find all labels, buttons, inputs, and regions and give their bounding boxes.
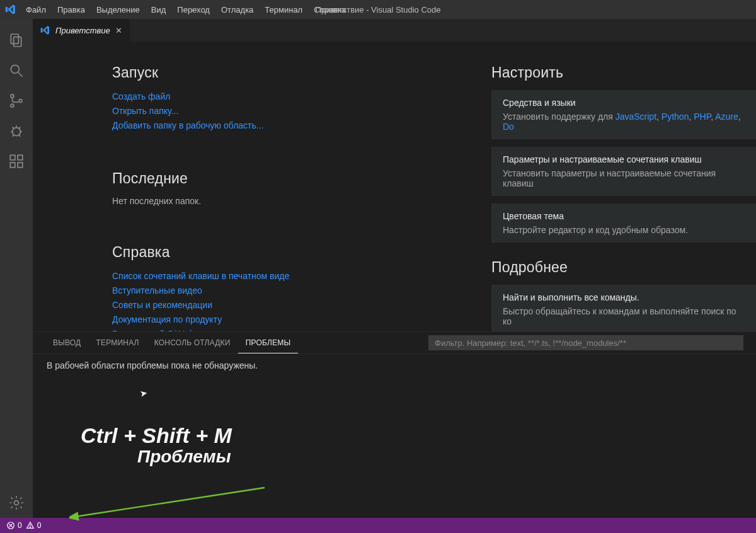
svg-point-2 bbox=[11, 65, 19, 73]
link-new-file[interactable]: Создать файл bbox=[112, 90, 474, 103]
link-keyboard-cheatsheet[interactable]: Список сочетаний клавиш в печатном виде bbox=[112, 270, 474, 283]
problems-panel-body: В рабочей области проблемы пока не обнар… bbox=[33, 353, 756, 518]
panel-tab-debug-console[interactable]: КОНСОЛЬ ОТЛАДКИ bbox=[147, 332, 238, 353]
card-tools-languages[interactable]: Средства и языки Установить поддержку дл… bbox=[491, 90, 756, 139]
warning-icon bbox=[26, 521, 35, 530]
svg-rect-0 bbox=[11, 34, 18, 43]
card-title: Цветовая тема bbox=[503, 211, 745, 221]
source-control-icon[interactable] bbox=[1, 86, 32, 116]
start-heading: Запуск bbox=[112, 64, 474, 81]
menu-selection[interactable]: Выделение bbox=[91, 3, 146, 17]
menu-bar: Файл Правка Выделение Вид Переход Отладк… bbox=[20, 3, 352, 17]
svg-rect-15 bbox=[10, 155, 15, 160]
svg-line-12 bbox=[19, 127, 20, 129]
svg-point-25 bbox=[30, 527, 30, 527]
card-title: Средства и языки bbox=[503, 98, 745, 108]
annotation-line1: Ctrl + Shift + M bbox=[81, 423, 232, 448]
menu-view[interactable]: Вид bbox=[146, 3, 172, 17]
search-icon[interactable] bbox=[1, 55, 32, 86]
status-errors[interactable]: 0 bbox=[6, 521, 22, 530]
panel-tab-terminal[interactable]: ТЕРМИНАЛ bbox=[88, 332, 146, 353]
activity-bar bbox=[0, 19, 33, 518]
editor-tabs: Приветствие ✕ bbox=[33, 19, 756, 42]
card-desc: Быстро обращайтесь к командам и выполняй… bbox=[503, 306, 745, 326]
lang-link-azure[interactable]: Azure bbox=[715, 112, 738, 122]
card-title: Параметры и настраиваемые сочетания клав… bbox=[503, 154, 745, 164]
link-add-workspace-folder[interactable]: Добавить папку в рабочую область... bbox=[112, 119, 474, 132]
recent-empty-text: Нет последних папок. bbox=[112, 196, 474, 206]
menu-go[interactable]: Переход bbox=[171, 3, 215, 17]
card-title: Найти и выполнить все команды. bbox=[503, 292, 745, 302]
card-keybindings[interactable]: Параметры и настраиваемые сочетания клав… bbox=[491, 147, 756, 196]
explorer-icon[interactable] bbox=[1, 25, 32, 55]
link-tips-and-tricks[interactable]: Советы и рекомендации bbox=[112, 299, 474, 312]
svg-rect-18 bbox=[18, 155, 23, 160]
svg-line-20 bbox=[76, 488, 265, 517]
problems-filter-input[interactable] bbox=[428, 335, 743, 350]
bottom-panel: ВЫВОД ТЕРМИНАЛ КОНСОЛЬ ОТЛАДКИ ПРОБЛЕМЫ … bbox=[33, 331, 756, 518]
link-product-docs[interactable]: Документация по продукту bbox=[112, 313, 474, 326]
svg-point-6 bbox=[19, 100, 22, 103]
menu-help[interactable]: Справка bbox=[308, 3, 352, 17]
card-color-theme[interactable]: Цветовая тема Настройте редактор и код у… bbox=[491, 203, 756, 243]
card-desc: Установить поддержку для JavaScript, Pyt… bbox=[503, 112, 745, 132]
panel-tab-problems[interactable]: ПРОБЛЕМЫ bbox=[238, 332, 299, 353]
customize-heading: Настроить bbox=[491, 64, 756, 81]
card-desc: Установить параметры и настраиваемые соч… bbox=[503, 168, 745, 188]
error-count: 0 bbox=[18, 521, 22, 530]
link-open-folder[interactable]: Открыть папку... bbox=[112, 105, 474, 118]
gear-icon[interactable] bbox=[1, 488, 32, 518]
welcome-page: Запуск Создать файл Открыть папку... Доб… bbox=[33, 42, 756, 331]
card-desc: Настройте редактор и код удобным образом… bbox=[503, 225, 745, 235]
lang-link-python[interactable]: Python bbox=[662, 112, 689, 122]
annotation-arrow-icon bbox=[69, 486, 271, 524]
learn-more-heading: Подробнее bbox=[491, 259, 756, 276]
panel-tabs: ВЫВОД ТЕРМИНАЛ КОНСОЛЬ ОТЛАДКИ ПРОБЛЕМЫ bbox=[33, 332, 756, 353]
recent-heading: Последние bbox=[112, 170, 474, 187]
vscode-logo-icon bbox=[5, 4, 16, 15]
svg-point-7 bbox=[13, 128, 21, 136]
svg-rect-16 bbox=[10, 163, 15, 168]
tab-label: Приветствие bbox=[55, 26, 110, 35]
svg-point-5 bbox=[11, 104, 14, 107]
lang-link-javascript[interactable]: JavaScript bbox=[616, 112, 656, 122]
menu-terminal[interactable]: Терминал bbox=[259, 3, 308, 17]
debug-icon[interactable] bbox=[1, 116, 32, 146]
warning-count: 0 bbox=[37, 521, 42, 530]
help-heading: Справка bbox=[112, 244, 474, 261]
svg-rect-1 bbox=[14, 37, 21, 47]
vscode-tab-icon bbox=[40, 25, 50, 35]
svg-point-19 bbox=[14, 501, 19, 505]
problems-empty-message: В рабочей области проблемы пока не обнар… bbox=[47, 360, 258, 370]
card-command-palette[interactable]: Найти и выполнить все команды. Быстро об… bbox=[491, 285, 756, 331]
panel-tab-output[interactable]: ВЫВОД bbox=[45, 332, 88, 353]
svg-line-3 bbox=[18, 72, 23, 77]
link-intro-videos[interactable]: Вступительные видео bbox=[112, 284, 474, 297]
svg-line-11 bbox=[13, 127, 14, 129]
svg-line-13 bbox=[13, 135, 14, 137]
title-bar: Файл Правка Выделение Вид Переход Отладк… bbox=[0, 0, 756, 19]
mouse-cursor-icon: ➤ bbox=[139, 387, 149, 399]
tab-welcome[interactable]: Приветствие ✕ bbox=[33, 19, 130, 42]
close-tab-icon[interactable]: ✕ bbox=[115, 26, 122, 35]
menu-debug[interactable]: Отладка bbox=[215, 3, 259, 17]
extensions-icon[interactable] bbox=[1, 146, 32, 176]
annotation-overlay: Ctrl + Shift + M Проблемы bbox=[81, 423, 232, 467]
svg-rect-17 bbox=[18, 163, 23, 168]
status-warnings[interactable]: 0 bbox=[26, 521, 42, 530]
menu-edit[interactable]: Правка bbox=[52, 3, 91, 17]
lang-link-php[interactable]: PHP bbox=[694, 112, 711, 122]
svg-line-14 bbox=[19, 135, 20, 137]
error-icon bbox=[6, 521, 15, 530]
menu-file[interactable]: Файл bbox=[20, 3, 52, 17]
annotation-line2: Проблемы bbox=[137, 447, 232, 467]
svg-point-4 bbox=[11, 95, 14, 98]
lang-link-more[interactable]: Do bbox=[503, 122, 514, 132]
